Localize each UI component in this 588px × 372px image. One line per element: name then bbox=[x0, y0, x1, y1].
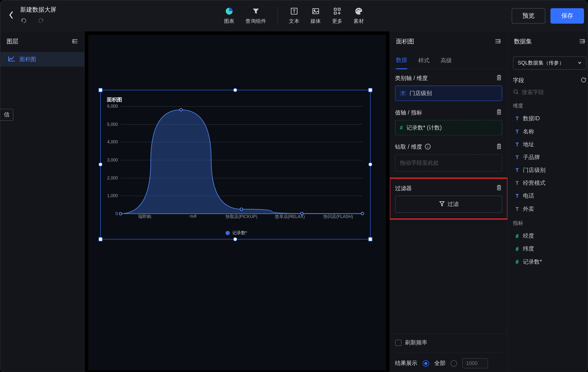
metric-field[interactable]: #经度 bbox=[513, 230, 587, 242]
area-chart-icon bbox=[8, 56, 15, 63]
save-button[interactable]: 保存 bbox=[550, 8, 584, 23]
svg-point-7 bbox=[357, 10, 357, 11]
undo-icon[interactable] bbox=[20, 17, 27, 25]
tab-data[interactable]: 数据 bbox=[396, 52, 407, 69]
dataset-title: 数据集 bbox=[514, 38, 532, 46]
svg-point-11 bbox=[180, 108, 182, 111]
dimension-field[interactable]: T名称 bbox=[513, 125, 587, 138]
filter-button[interactable]: 过滤 bbox=[395, 196, 502, 213]
y-tick-label: 0 bbox=[105, 211, 118, 216]
search-fields-input[interactable]: 搜索字段 bbox=[513, 87, 587, 98]
chevron-down-icon bbox=[578, 60, 582, 66]
dimension-group-title: 维度 bbox=[513, 102, 587, 110]
dimension-field[interactable]: T电话 bbox=[513, 190, 587, 202]
topnav-chart[interactable]: 图表 bbox=[224, 7, 234, 25]
metric-field[interactable]: #记录数* bbox=[513, 255, 587, 268]
number-type-icon: # bbox=[516, 246, 519, 252]
filter-icon bbox=[439, 201, 445, 208]
canvas: 面积图 01,0002,0003,0004,0005,0006,000 瑞即购n… bbox=[85, 31, 389, 372]
number-type-icon: # bbox=[516, 259, 519, 265]
grid-plus-icon bbox=[333, 7, 341, 16]
collapse-icon[interactable] bbox=[71, 38, 78, 46]
svg-point-9 bbox=[359, 10, 360, 10]
dimension-field[interactable]: T门店级别 bbox=[513, 164, 587, 177]
tab-style[interactable]: 样式 bbox=[418, 52, 430, 68]
config-title: 面积图 bbox=[396, 38, 414, 46]
limit-input[interactable] bbox=[462, 358, 488, 369]
refresh-rate-checkbox[interactable] bbox=[395, 340, 401, 346]
number-type-icon: # bbox=[400, 124, 403, 131]
refresh-icon[interactable] bbox=[580, 77, 587, 84]
tab-adv[interactable]: 高级 bbox=[441, 52, 452, 68]
trash-icon[interactable] bbox=[496, 109, 502, 116]
dimension-field[interactable]: T数据ID bbox=[513, 112, 587, 125]
layers-panel: 图层 面积图 信 bbox=[0, 31, 85, 372]
chart-legend: 记录数* bbox=[107, 230, 366, 236]
radio-limit[interactable] bbox=[451, 360, 457, 367]
layer-item-area-chart[interactable]: 面积图 bbox=[0, 52, 84, 66]
trash-icon[interactable] bbox=[496, 74, 502, 82]
section-filter: 过滤器 bbox=[395, 184, 412, 192]
y-tick-label: 3,000 bbox=[105, 158, 118, 162]
section-category-axis: 类别轴 / 维度 bbox=[395, 74, 428, 82]
chart-title: 面积图 bbox=[107, 96, 366, 103]
config-tabs: 数据 样式 高级 bbox=[390, 52, 507, 69]
text-icon bbox=[290, 7, 298, 16]
topnav-media[interactable]: 媒体 bbox=[311, 7, 321, 25]
svg-rect-4 bbox=[334, 8, 336, 10]
page-title: 新建数据大屏 bbox=[20, 6, 56, 14]
image-icon bbox=[312, 7, 319, 16]
dimension-field[interactable]: T经营模式 bbox=[513, 177, 587, 190]
back-button[interactable] bbox=[8, 10, 14, 21]
x-tick-label: 瑞即购 bbox=[120, 214, 169, 220]
number-type-icon: # bbox=[516, 233, 519, 239]
legend-dot-icon bbox=[226, 231, 230, 235]
svg-point-12 bbox=[240, 208, 243, 211]
refresh-rate-label: 刷新频率 bbox=[405, 339, 427, 347]
topnav-text[interactable]: 文本 bbox=[277, 7, 299, 25]
svg-point-13 bbox=[301, 212, 303, 215]
area-chart: 面积图 01,0002,0003,0004,0005,0006,000 瑞即购n… bbox=[101, 90, 370, 239]
preview-button[interactable]: 预览 bbox=[512, 8, 545, 23]
pie-chart-icon bbox=[225, 7, 233, 16]
y-tick-label: 1,000 bbox=[105, 193, 118, 198]
section-drill: 钻取 / 维度 bbox=[395, 143, 422, 151]
x-tick-label: 悠享店(RELAX) bbox=[266, 214, 314, 220]
svg-point-18 bbox=[514, 90, 517, 93]
collapse-icon[interactable] bbox=[579, 38, 586, 46]
svg-point-8 bbox=[358, 9, 359, 10]
side-docked-tab[interactable]: 信 bbox=[0, 109, 13, 121]
topnav-material[interactable]: 素材 bbox=[354, 7, 364, 25]
x-tick-label: 快取店(PICKUP) bbox=[217, 214, 266, 220]
dimension-field[interactable]: T子品牌 bbox=[513, 151, 587, 164]
text-type-icon: T bbox=[516, 167, 519, 173]
dimension-field[interactable]: T外卖 bbox=[513, 202, 587, 215]
trash-icon[interactable] bbox=[496, 184, 502, 192]
search-icon bbox=[513, 89, 519, 96]
drill-dropzone[interactable]: 拖动字段至此处 bbox=[395, 154, 502, 171]
field-pill-value[interactable]: # 记录数* (计数) bbox=[395, 120, 502, 136]
topnav-filter[interactable]: 查询组件 bbox=[245, 7, 266, 25]
collapse-icon[interactable] bbox=[494, 38, 501, 46]
topbar: 新建数据大屏 图表 查询组件 bbox=[0, 0, 588, 31]
radio-all[interactable] bbox=[423, 360, 429, 367]
dimension-field[interactable]: T地址 bbox=[513, 138, 587, 151]
info-icon[interactable] bbox=[425, 143, 431, 151]
text-type-icon: T bbox=[516, 141, 519, 147]
topnav-more[interactable]: 更多 bbox=[332, 7, 343, 25]
svg-point-3 bbox=[314, 10, 315, 11]
text-type-icon: T bbox=[516, 193, 519, 199]
fields-title: 字段 bbox=[513, 77, 524, 84]
y-tick-label: 4,000 bbox=[105, 140, 118, 144]
field-pill-category[interactable]: T 门店级别 bbox=[395, 86, 502, 101]
svg-rect-6 bbox=[334, 12, 336, 14]
text-type-icon: T bbox=[516, 154, 519, 160]
funnel-icon bbox=[252, 7, 260, 16]
text-type-icon: T bbox=[516, 116, 519, 122]
dataset-select[interactable]: SQL数据集（传参） bbox=[513, 56, 587, 70]
trash-icon[interactable] bbox=[496, 143, 502, 151]
selected-widget[interactable]: 面积图 01,0002,0003,0004,0005,0006,000 瑞即购n… bbox=[100, 90, 370, 239]
metric-field[interactable]: #纬度 bbox=[513, 242, 587, 255]
svg-point-10 bbox=[119, 212, 122, 215]
y-tick-label: 5,000 bbox=[105, 122, 118, 126]
